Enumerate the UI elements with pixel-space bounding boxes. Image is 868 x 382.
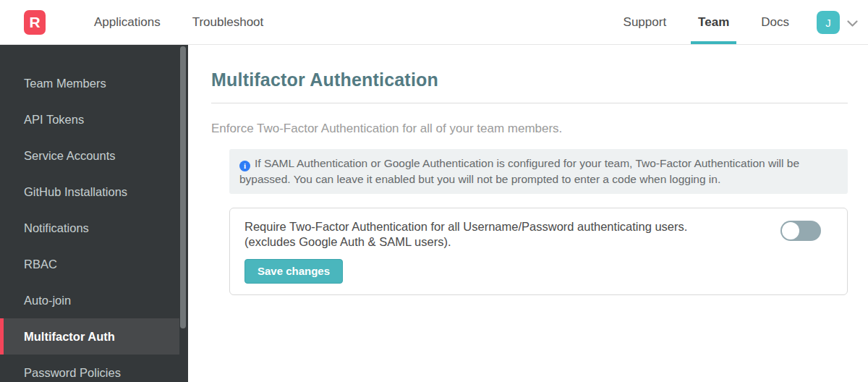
settings-sidebar: Team Members API Tokens Service Accounts…: [0, 45, 188, 382]
two-factor-toggle[interactable]: [780, 221, 821, 241]
sidebar-item-multifactor-auth[interactable]: Multifactor Auth: [0, 318, 179, 355]
main-content: Multifactor Authentication Enforce Two-F…: [188, 45, 868, 382]
save-changes-button[interactable]: Save changes: [244, 259, 343, 284]
info-callout: iIf SAML Authentication or Google Authen…: [229, 149, 848, 194]
two-factor-setting-card: Require Two-Factor Authentication for al…: [229, 208, 848, 295]
chevron-down-icon[interactable]: [847, 17, 858, 44]
sidebar-item-notifications[interactable]: Notifications: [0, 210, 188, 246]
nav-item-applications[interactable]: Applications: [78, 0, 176, 44]
section-description: Enforce Two-Factor Authentication for al…: [211, 122, 848, 136]
sidebar-list: Team Members API Tokens Service Accounts…: [0, 45, 188, 382]
title-divider: [211, 103, 848, 103]
sidebar-item-github-installations[interactable]: GitHub Installations: [0, 174, 188, 210]
top-header: R Applications Troubleshoot Support Team…: [0, 0, 868, 45]
nav-item-support[interactable]: Support: [608, 0, 683, 44]
sidebar-item-password-policies[interactable]: Password Policies: [0, 355, 188, 382]
setting-label-line2: (excludes Google Auth & SAML users).: [244, 234, 687, 250]
page-title: Multifactor Authentication: [211, 69, 848, 90]
toggle-knob: [782, 222, 799, 239]
sidebar-item-api-tokens[interactable]: API Tokens: [0, 101, 188, 137]
nav-item-team[interactable]: Team: [682, 0, 745, 44]
sidebar-item-service-accounts[interactable]: Service Accounts: [0, 137, 188, 174]
nav-item-docs[interactable]: Docs: [745, 0, 805, 44]
user-avatar[interactable]: J: [817, 11, 840, 34]
info-callout-text: If SAML Authentication or Google Authent…: [239, 157, 799, 185]
setting-label: Require Two-Factor Authentication for al…: [244, 219, 687, 250]
sidebar-item-rbac[interactable]: RBAC: [0, 246, 188, 282]
nav-item-troubleshoot[interactable]: Troubleshoot: [176, 0, 280, 44]
sidebar-item-auto-join[interactable]: Auto-join: [0, 282, 188, 318]
primary-nav: Applications Troubleshoot: [78, 0, 279, 44]
brand-logo[interactable]: R: [24, 10, 46, 35]
secondary-nav: Support Team Docs J: [608, 0, 858, 44]
setting-label-line1: Require Two-Factor Authentication for al…: [244, 219, 687, 234]
info-icon: i: [239, 161, 250, 171]
sidebar-item-team-members[interactable]: Team Members: [0, 65, 188, 101]
sidebar-scrollbar[interactable]: [180, 46, 186, 328]
